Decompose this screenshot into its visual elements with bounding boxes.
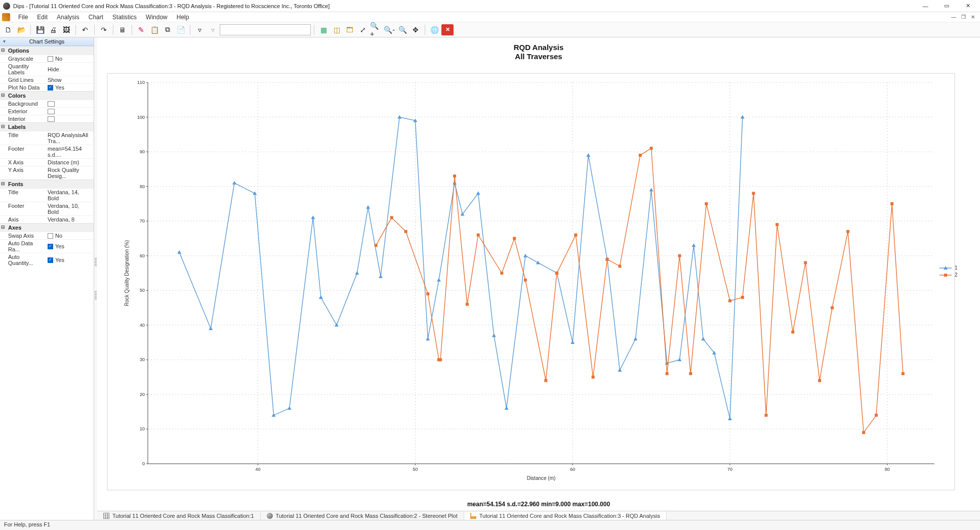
copy-icon[interactable]: ⧉ — [161, 24, 174, 36]
app-icon — [3, 3, 10, 10]
zoom-in-icon[interactable]: 🔍+ — [370, 24, 382, 36]
mdi-minimize-button[interactable]: — — [951, 14, 956, 20]
app-menu-icon — [2, 13, 10, 21]
print-icon[interactable]: 🖨 — [47, 24, 59, 36]
menu-edit[interactable]: Edit — [33, 13, 52, 22]
menu-help[interactable]: Help — [173, 13, 193, 22]
pan-icon[interactable]: ✥ — [410, 24, 422, 36]
menu-bar: FileEditAnalysisChartStatisticsWindowHel… — [0, 12, 980, 22]
zoom-reset-icon[interactable]: 🔍 — [396, 24, 409, 36]
maximize-button[interactable]: ▭ — [941, 2, 953, 11]
menu-window[interactable]: Window — [142, 13, 172, 22]
window-icon[interactable]: 🗔 — [344, 24, 356, 36]
title-bar: Dips - [Tutorial 11 Oriented Core and Ro… — [0, 0, 980, 12]
minimize-button[interactable]: — — [919, 2, 931, 11]
close-button[interactable]: ✕ — [962, 2, 974, 11]
filter-clear-icon[interactable]: ▿ — [207, 24, 219, 36]
main-toolbar: 🗋 📂 💾 🖨 🖼 ↶ ↷ 🖥 ✎ 📋 ⧉ 📄 ▿ ▿ ▦ ◫ 🗔 ⤢ 🔍+ 🔍… — [0, 22, 980, 37]
clipboard-icon[interactable]: 📋 — [148, 24, 160, 36]
globe-icon[interactable]: 🌐 — [428, 24, 440, 36]
filter-combo[interactable] — [220, 24, 311, 35]
window-controls: — ▭ ✕ — [919, 2, 977, 11]
undo-icon[interactable]: ↶ — [79, 24, 91, 36]
grid-view-icon[interactable]: ▦ — [317, 24, 330, 36]
paste-icon[interactable]: 📄 — [175, 24, 187, 36]
copy-image-icon[interactable]: 🖼 — [60, 24, 72, 36]
split-view-icon[interactable]: ◫ — [331, 24, 343, 36]
filter-icon[interactable]: ▿ — [193, 24, 206, 36]
menu-chart[interactable]: Chart — [85, 13, 107, 22]
edit-icon[interactable]: ✎ — [135, 24, 147, 36]
mdi-close-button[interactable]: ✕ — [971, 14, 975, 20]
close-view-button[interactable]: ✕ — [441, 24, 454, 35]
open-file-icon[interactable]: 📂 — [15, 24, 27, 36]
window-title: Dips - [Tutorial 11 Oriented Core and Ro… — [13, 3, 919, 9]
fit-extents-icon[interactable]: ⤢ — [357, 24, 369, 36]
menu-file[interactable]: File — [14, 13, 32, 22]
mdi-controls: — ❐ ✕ — [951, 14, 978, 20]
mdi-restore-button[interactable]: ❐ — [961, 14, 966, 20]
zoom-out-icon[interactable]: 🔍- — [383, 24, 395, 36]
menu-analysis[interactable]: Analysis — [53, 13, 84, 22]
redo-icon[interactable]: ↷ — [98, 24, 110, 36]
new-file-icon[interactable]: 🗋 — [2, 24, 14, 36]
save-icon[interactable]: 💾 — [34, 24, 46, 36]
screen-icon[interactable]: 🖥 — [116, 24, 129, 36]
menu-statistics[interactable]: Statistics — [108, 13, 141, 22]
